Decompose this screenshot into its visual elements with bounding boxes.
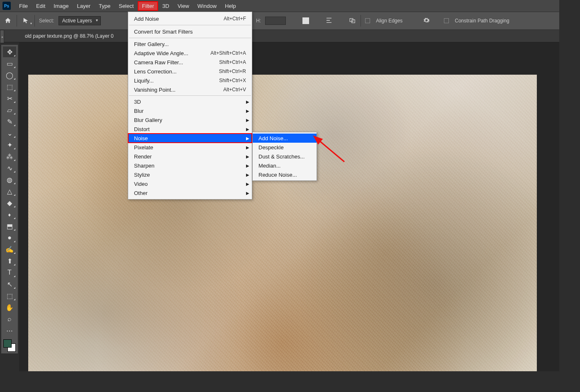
home-icon[interactable] (3, 16, 12, 25)
tool-22[interactable]: ✋ (3, 302, 16, 313)
menu-item-label: Dust & Scratches... (258, 153, 305, 160)
menu-type[interactable]: Type (95, 1, 115, 11)
menu-item-render[interactable]: Render▶ (128, 152, 252, 161)
submenu-arrow-icon: ▶ (246, 163, 249, 168)
tool-16[interactable]: ● (3, 232, 16, 243)
menu-item[interactable]: Lens Correction...Shift+Ctrl+R (128, 67, 252, 76)
tool-0[interactable]: ✥ (3, 46, 16, 57)
menu-item-label: Blur Gallery (134, 117, 162, 123)
menu-item-other[interactable]: Other▶ (128, 188, 252, 197)
tool-15[interactable]: ⬒ (3, 221, 16, 231)
menu-item-3d[interactable]: 3D▶ (128, 97, 252, 106)
document-canvas[interactable] (28, 75, 537, 371)
menu-item[interactable]: Filter Gallery... (128, 39, 252, 49)
menu-item-pixelate[interactable]: Pixelate▶ (128, 143, 252, 152)
tool-19[interactable]: T (3, 267, 16, 278)
filter-menu: Add Noise Alt+Ctrl+F Convert for Smart F… (128, 12, 252, 200)
menu-item-last-filter[interactable]: Add Noise Alt+Ctrl+F (128, 14, 252, 24)
submenu-item-median-[interactable]: Median... (253, 161, 317, 170)
constrain-label: Constrain Path Dragging (455, 18, 509, 24)
svg-rect-0 (350, 18, 353, 22)
select-dropdown[interactable]: Active Layers (58, 16, 101, 25)
tool-14[interactable]: ⬧ (3, 209, 16, 220)
align-edges-checkbox[interactable] (365, 18, 370, 23)
menu-item-label: Blur (134, 108, 144, 114)
tool-10[interactable]: ∿ (3, 163, 16, 173)
tool-20[interactable]: ↖ (3, 279, 16, 290)
menu-view[interactable]: View (173, 1, 193, 11)
height-label: H: (256, 18, 261, 24)
constrain-checkbox[interactable] (444, 18, 449, 23)
tool-5[interactable]: ▱ (3, 105, 16, 115)
gear-icon[interactable] (423, 17, 430, 25)
submenu-arrow-icon: ▶ (246, 118, 249, 122)
tool-6[interactable]: ✎ (3, 116, 16, 127)
document-tab[interactable]: old paper texture.png @ 88.7% (Layer 0 (25, 31, 114, 41)
arrange-icon[interactable] (349, 17, 356, 25)
menubar: Ps FileEditImageLayerTypeSelectFilter3DV… (0, 0, 580, 12)
tool-12[interactable]: △ (3, 186, 16, 197)
menu-item-label: Add Noise... (258, 135, 288, 141)
select-label: Select: (39, 18, 54, 24)
menu-item-blur[interactable]: Blur▶ (128, 106, 252, 115)
tool-23[interactable]: ⌕ (3, 314, 16, 324)
menu-item-shortcut: Shift+Ctrl+R (219, 68, 246, 74)
tool-4[interactable]: ✂ (3, 93, 16, 104)
tool-13[interactable]: ◆ (3, 197, 16, 208)
menu-item-stylize[interactable]: Stylize▶ (128, 170, 252, 179)
tool-9[interactable]: ⁂ (3, 151, 16, 162)
menu-item[interactable]: Camera Raw Filter...Shift+Ctrl+A (128, 58, 252, 67)
submenu-item-reduce-noise-[interactable]: Reduce Noise... (253, 170, 317, 179)
submenu-arrow-icon: ▶ (246, 100, 249, 104)
height-input[interactable] (265, 17, 286, 25)
tool-17[interactable]: ✍ (3, 244, 16, 255)
menu-item-label: Distort (134, 126, 150, 132)
submenu-arrow-icon: ▶ (246, 191, 249, 195)
align-icon[interactable] (326, 17, 332, 25)
menu-help[interactable]: Help (221, 1, 240, 11)
menu-item-blur-gallery[interactable]: Blur Gallery▶ (128, 115, 252, 124)
arrow-tool-icon[interactable]: ▾ (21, 16, 30, 25)
submenu-item-add-noise-[interactable]: Add Noise... (253, 134, 317, 143)
path-mode-icon[interactable] (302, 17, 309, 24)
menu-edit[interactable]: Edit (32, 1, 49, 11)
menu-window[interactable]: Window (193, 1, 221, 11)
menu-item[interactable]: Adaptive Wide Angle...Alt+Shift+Ctrl+A (128, 49, 252, 58)
menu-item-shortcut: Shift+Ctrl+A (219, 59, 246, 65)
tool-18[interactable]: ⬆ (3, 256, 16, 266)
menu-item-label: Add Noise (134, 16, 159, 22)
menu-item-label: Lens Correction... (134, 68, 177, 75)
menu-item-video[interactable]: Video▶ (128, 179, 252, 188)
tool-1[interactable]: ▭ (3, 58, 16, 69)
document-tab-bar: old paper texture.png @ 88.7% (Layer 0 (0, 30, 580, 42)
tool-2[interactable]: ◯ (3, 70, 16, 80)
tool-21[interactable]: ⬚ (3, 290, 16, 301)
menu-item[interactable]: Liquify...Shift+Ctrl+X (128, 76, 252, 85)
menu-file[interactable]: File (15, 1, 32, 11)
menu-item-label: 3D (134, 99, 141, 105)
menu-item[interactable]: Vanishing Point...Alt+Ctrl+V (128, 85, 252, 94)
color-swatches[interactable] (3, 339, 16, 352)
tool-11[interactable]: ◍ (3, 174, 16, 185)
noise-overlay (28, 75, 537, 371)
menu-item-sharpen[interactable]: Sharpen▶ (128, 161, 252, 170)
tool-3[interactable]: ⬚ (3, 81, 16, 92)
tool-7[interactable]: ⌄ (3, 128, 16, 139)
menu-layer[interactable]: Layer (73, 1, 95, 11)
tool-8[interactable]: ✦ (3, 139, 16, 150)
submenu-item-despeckle[interactable]: Despeckle (253, 143, 317, 152)
menu-item-smart-filters[interactable]: Convert for Smart Filters (128, 27, 252, 37)
menu-separator (129, 38, 251, 38)
menu-item-shortcut: Alt+Ctrl+V (223, 87, 246, 93)
menu-item-distort[interactable]: Distort▶ (128, 124, 252, 134)
menu-select[interactable]: Select (115, 1, 138, 11)
menu-item-label: Video (134, 181, 148, 187)
menu-image[interactable]: Image (49, 1, 73, 11)
menu-item-noise[interactable]: Noise▶ (128, 134, 252, 143)
menu-item-label: Adaptive Wide Angle... (134, 50, 188, 56)
tool-24[interactable]: ⋯ (3, 325, 16, 336)
submenu-item-dust-scratches-[interactable]: Dust & Scratches... (253, 152, 317, 161)
menu-3d[interactable]: 3D (158, 1, 173, 11)
panel-expand-icon[interactable] (0, 30, 4, 43)
menu-filter[interactable]: Filter (138, 1, 158, 11)
